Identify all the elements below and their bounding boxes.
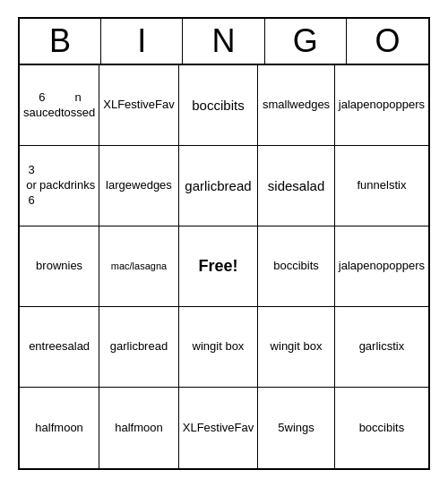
bingo-header: BINGO bbox=[20, 19, 428, 65]
bingo-cell-r4c4: wingit box bbox=[258, 307, 335, 388]
bingo-cell-r5c3: XLFestiveFav bbox=[179, 388, 258, 468]
bingo-cell-r2c5: funnelstix bbox=[335, 146, 428, 226]
bingo-cell-r5c4: 5wings bbox=[258, 388, 335, 468]
header-letter-o: O bbox=[347, 19, 428, 64]
bingo-card: BINGO 6 saucedn tossedXLFestiveFavboccib… bbox=[18, 17, 430, 470]
bingo-cell-r1c5: jalapenopoppers bbox=[335, 65, 428, 146]
bingo-cell-r2c2: largewedges bbox=[99, 146, 178, 226]
bingo-cell-r3c4: boccibits bbox=[258, 226, 335, 307]
bingo-cell-r4c3: wingit box bbox=[179, 307, 258, 388]
bingo-cell-r1c4: smallwedges bbox=[258, 65, 335, 146]
header-letter-n: N bbox=[183, 19, 264, 64]
header-letter-b: B bbox=[20, 19, 101, 64]
bingo-grid: 6 saucedn tossedXLFestiveFavboccibitssma… bbox=[20, 65, 428, 468]
bingo-cell-r4c1: entreesalad bbox=[20, 307, 99, 388]
bingo-cell-r3c3: Free! bbox=[179, 226, 258, 307]
bingo-cell-r1c3: boccibits bbox=[179, 65, 258, 146]
bingo-cell-r2c4: sidesalad bbox=[258, 146, 335, 226]
header-letter-i: I bbox=[101, 19, 183, 64]
bingo-cell-r3c5: jalapenopoppers bbox=[335, 226, 428, 307]
bingo-cell-r2c3: garlicbread bbox=[179, 146, 258, 226]
bingo-cell-r4c5: garlicstix bbox=[335, 307, 428, 388]
bingo-cell-r5c5: boccibits bbox=[335, 388, 428, 468]
bingo-cell-r3c2: mac/lasagna bbox=[99, 226, 178, 307]
bingo-cell-r2c1: 3 or 6packdrinks bbox=[20, 146, 99, 226]
header-letter-g: G bbox=[265, 19, 347, 64]
bingo-cell-r4c2: garlicbread bbox=[99, 307, 178, 388]
bingo-cell-r5c1: halfmoon bbox=[20, 388, 99, 468]
bingo-cell-r5c2: halfmoon bbox=[99, 388, 178, 468]
bingo-cell-r1c2: XLFestiveFav bbox=[99, 65, 178, 146]
bingo-cell-r3c1: brownies bbox=[20, 226, 99, 307]
bingo-cell-r1c1: 6 saucedn tossed bbox=[20, 65, 99, 146]
